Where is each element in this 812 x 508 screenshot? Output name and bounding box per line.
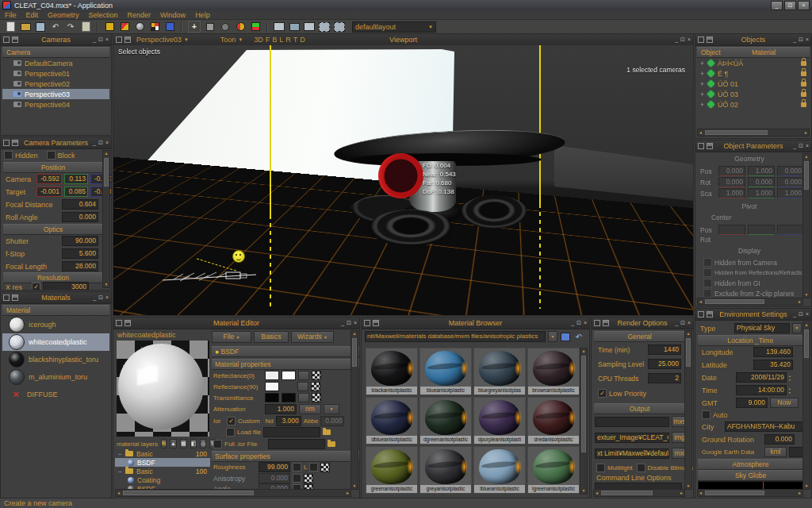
menu-selection[interactable]: Selection xyxy=(89,11,118,19)
scroll-up-icon[interactable]: ▲ xyxy=(803,154,810,160)
dock-icon[interactable] xyxy=(12,37,18,43)
scroll-left-icon[interactable]: ◄ xyxy=(698,490,703,496)
reflectance0-texture-icon[interactable] xyxy=(312,371,321,380)
latitude-field[interactable]: 35.420 xyxy=(753,360,793,370)
xres-field[interactable]: 3000 xyxy=(43,282,89,291)
panel-max-icon[interactable]: ⊡ xyxy=(347,318,351,328)
focal-distance-field[interactable]: 0.604 xyxy=(62,199,98,210)
output-section-bar[interactable]: Output xyxy=(594,403,685,414)
city-select[interactable]: AFGHANISTAN--Kabu xyxy=(725,421,804,432)
scroll-down-icon[interactable]: ▼ xyxy=(803,483,810,489)
location-time-section-bar[interactable]: Location _Time xyxy=(698,335,803,346)
scrollbar-thumb[interactable] xyxy=(804,161,809,190)
lock-icon[interactable] xyxy=(801,92,806,97)
camera-list-item[interactable]: DefaultCamera xyxy=(2,58,109,68)
hidden-camera-checkbox[interactable] xyxy=(703,258,712,267)
material-cell[interactable]: greenanisotplastic xyxy=(366,446,418,494)
lock-icon[interactable] xyxy=(801,61,806,66)
object-parameters-scrollbar[interactable]: ▲ ▼ xyxy=(802,153,810,298)
target-y-field[interactable]: 0.085 xyxy=(64,187,88,197)
panel-max-icon[interactable]: ⊡ xyxy=(680,35,685,44)
material-grid-icon[interactable] xyxy=(149,21,160,32)
rotate-tool-icon[interactable] xyxy=(220,21,231,32)
load-file-checkbox[interactable] xyxy=(226,428,235,437)
create-cube-icon[interactable] xyxy=(104,21,115,32)
float-icon[interactable] xyxy=(3,294,10,301)
basics-button[interactable]: Basics xyxy=(254,331,289,343)
scroll-right-icon[interactable]: ► xyxy=(797,490,802,496)
pos-y-field[interactable]: 1.000 xyxy=(748,166,775,176)
sampling-level-field[interactable]: 25.000 xyxy=(648,359,681,369)
transmittance-texture-icon[interactable] xyxy=(312,393,321,402)
camera-select-caret-icon[interactable]: ▼ xyxy=(184,37,189,42)
hidden-checkbox[interactable] xyxy=(4,151,13,160)
now-button[interactable]: Now xyxy=(770,398,799,408)
material-editor-hscrollbar[interactable]: ◄ ► xyxy=(115,489,351,497)
camera-parameters-scrollbar[interactable]: ▲ ▼ xyxy=(102,150,110,288)
scale-x-field[interactable]: 1.000 xyxy=(718,188,745,198)
dock-icon[interactable] xyxy=(373,320,379,326)
date-field[interactable]: 2008/11/29 xyxy=(736,372,787,383)
viewport-canvas[interactable]: FD: 0.604 Near: 0.543 Far: 0.680 DoF: 0.… xyxy=(113,45,693,315)
roughness-link-checkbox[interactable] xyxy=(309,463,318,471)
panel-close-icon[interactable]: × xyxy=(105,35,109,44)
coord-gizmo-icon[interactable] xyxy=(250,21,261,32)
panel-close-icon[interactable]: × xyxy=(105,138,109,148)
scroll-left-icon[interactable]: ◄ xyxy=(594,490,599,496)
object-row[interactable]: +ÀÞÍ<ÛÄ xyxy=(697,58,810,68)
mxs-path-field[interactable] xyxy=(595,417,669,427)
roughness-texture-icon[interactable] xyxy=(320,463,330,472)
panel-max-icon[interactable]: ⊡ xyxy=(799,141,803,151)
abbe-field[interactable]: 0.000 xyxy=(320,416,344,426)
camera-tool-5-icon[interactable] xyxy=(334,21,345,32)
scrollbar-thumb[interactable] xyxy=(123,491,254,495)
general-section-bar[interactable]: General xyxy=(594,331,685,342)
scale-y-field[interactable]: 1.000 xyxy=(748,188,775,198)
dock-icon[interactable] xyxy=(707,311,713,318)
lock-icon[interactable] xyxy=(801,71,806,76)
dock-icon[interactable] xyxy=(12,294,18,301)
view-button-top[interactable]: T xyxy=(293,36,298,44)
panel-min-icon[interactable]: _ xyxy=(793,141,796,151)
menu-render[interactable]: Render xyxy=(128,11,151,19)
layer-visibility-icon[interactable]: ◎ xyxy=(200,439,206,448)
panel-min-icon[interactable]: _ xyxy=(93,138,96,148)
browser-path-field[interactable]: nit/Maxwell/materials database/mxm files… xyxy=(365,331,546,342)
create-box-icon[interactable] xyxy=(164,21,175,32)
layout-select[interactable]: defaultlayout ▼ xyxy=(352,21,436,33)
view-button-front[interactable]: F xyxy=(266,36,270,44)
material-list-item[interactable]: ×DIFFUSE xyxy=(2,386,109,403)
redo-icon[interactable]: ↷ xyxy=(65,21,76,32)
camera-tool-4-icon[interactable] xyxy=(319,21,330,32)
panel-max-icon[interactable]: ⊡ xyxy=(799,35,803,44)
menu-geometry[interactable]: Geometry xyxy=(48,11,79,19)
rot-z-field[interactable]: 0.000 xyxy=(777,177,804,187)
object-parameters-hscrollbar[interactable]: ◄ ► xyxy=(697,298,803,306)
object-row[interactable]: +ÚÖ 01 xyxy=(697,79,810,89)
optics-section-bar[interactable]: Optics xyxy=(3,224,103,235)
scroll-right-icon[interactable]: ► xyxy=(345,490,350,496)
float-icon[interactable] xyxy=(364,320,370,326)
dock-icon[interactable] xyxy=(124,320,131,326)
material-list-item[interactable]: icerough xyxy=(2,316,109,333)
scroll-up-icon[interactable]: ▲ xyxy=(685,331,691,337)
menu-help[interactable]: Help xyxy=(195,11,210,19)
environment-scrollbar[interactable]: ▲ ▼ xyxy=(802,321,810,490)
camera-list-item[interactable]: Perspective01 xyxy=(2,68,109,79)
panel-min-icon[interactable]: _ xyxy=(675,318,678,328)
undo-icon[interactable]: ↶ xyxy=(50,21,61,32)
scroll-left-icon[interactable]: ◄ xyxy=(698,298,703,305)
material-cell[interactable]: dgreenanisotplastic xyxy=(419,397,472,444)
kml-button[interactable]: kml xyxy=(764,447,787,457)
lock-icon[interactable] xyxy=(801,82,806,87)
scroll-right-icon[interactable]: ► xyxy=(679,490,684,496)
panel-min-icon[interactable]: _ xyxy=(341,318,344,328)
panel-close-icon[interactable]: × xyxy=(584,318,587,328)
menu-window[interactable]: Window xyxy=(160,11,186,19)
material-list-item[interactable]: m_aluminium_toru xyxy=(2,368,109,386)
date-spinner[interactable]: ▴▾ xyxy=(789,374,791,382)
pos-x-field[interactable]: 0.000 xyxy=(718,166,745,176)
scrollbar-thumb[interactable] xyxy=(705,130,768,135)
create-sphere-icon[interactable] xyxy=(134,21,145,32)
reflectance90-texture-icon[interactable] xyxy=(311,382,320,391)
